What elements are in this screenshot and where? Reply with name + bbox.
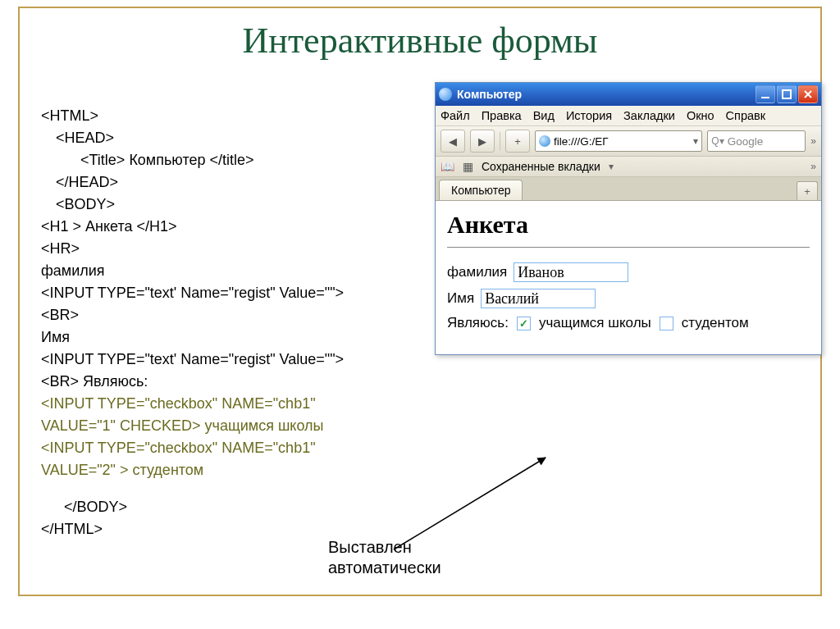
option-school-label: учащимся школы — [539, 315, 651, 331]
code-line: <INPUT TYPE="checkbox" NAME="chb1" VALUE… — [41, 437, 394, 481]
menu-window[interactable]: Окно — [687, 109, 714, 122]
surname-label: фамилия — [447, 264, 507, 280]
checkbox-student-school[interactable] — [517, 317, 531, 330]
tab-strip: Компьютер + — [436, 177, 821, 201]
add-bookmark-button[interactable]: + — [505, 130, 530, 153]
new-tab-button[interactable]: + — [797, 181, 818, 200]
code-line: <BR> — [41, 304, 394, 326]
code-line: фамилия — [41, 260, 394, 282]
back-button[interactable]: ◀ — [441, 130, 465, 153]
overflow-icon[interactable]: » — [810, 135, 816, 147]
saved-tabs-label[interactable]: Сохраненные вкладки — [482, 160, 600, 173]
book-icon[interactable]: 📖 — [441, 160, 454, 173]
name-label: Имя — [447, 290, 474, 307]
maximize-button[interactable] — [777, 85, 797, 103]
name-row: Имя — [447, 289, 810, 308]
menu-history[interactable]: История — [566, 109, 612, 122]
code-line: <INPUT TYPE="text' Name="regist" Value="… — [41, 349, 394, 371]
page-h1: Анкета — [447, 211, 810, 239]
surname-row: фамилия — [447, 262, 810, 282]
code-line: </BODY> — [41, 496, 394, 518]
horizontal-rule — [447, 247, 810, 248]
surname-input[interactable] — [514, 262, 628, 282]
titlebar: Компьютер — [436, 83, 821, 106]
search-placeholder: Google — [728, 135, 764, 148]
globe-icon — [539, 135, 550, 147]
code-line: <BR> Являюсь: — [41, 371, 394, 393]
annotation-label: Выставлен автоматически — [328, 537, 441, 578]
option-college-label: студентом — [682, 315, 749, 331]
url-text: file:///G:/ЕГ — [554, 135, 609, 148]
code-listing: <HTML> <HEAD> <Title> Компьютер </title>… — [41, 105, 394, 540]
menu-edit[interactable]: Правка — [482, 109, 522, 122]
name-input[interactable] — [481, 289, 596, 308]
tab-computer[interactable]: Компьютер — [439, 180, 523, 200]
code-line: <INPUT TYPE="checkbox" NAME="chb1" VALUE… — [41, 393, 394, 437]
menubar: Файл Правка Вид История Закладки Окно Сп… — [436, 106, 821, 126]
role-row: Являюсь: учащимся школы студентом — [447, 315, 810, 331]
code-line: <INPUT TYPE="text' Name="regist" Value="… — [41, 282, 394, 304]
toolbar-separator — [500, 132, 500, 150]
toolbar: ◀ ▶ + file:///G:/ЕГ ▾ Q▾ Google » — [436, 126, 821, 157]
magnifier-icon: Q▾ — [711, 135, 724, 147]
code-line: <HR> — [41, 238, 394, 260]
code-line: <H1 > Анкета </H1> — [41, 216, 394, 238]
search-box[interactable]: Q▾ Google — [707, 130, 806, 152]
role-label: Являюсь: — [447, 315, 509, 331]
menu-file[interactable]: Файл — [441, 109, 470, 122]
code-line: <BODY> — [41, 194, 394, 216]
code-line: <HEAD> — [41, 127, 394, 149]
code-line: Имя — [41, 326, 394, 349]
chevron-down-icon[interactable]: ▾ — [609, 161, 614, 172]
chevron-down-icon[interactable]: ▾ — [693, 135, 698, 147]
forward-button[interactable]: ▶ — [470, 130, 495, 153]
minimize-button[interactable] — [756, 85, 775, 103]
page-viewport: Анкета фамилия Имя Являюсь: учащимся шко… — [436, 201, 821, 354]
url-bar[interactable]: file:///G:/ЕГ ▾ — [535, 130, 702, 152]
window-icon — [439, 88, 452, 101]
window-title: Компьютер — [457, 88, 756, 101]
close-button[interactable] — [798, 85, 818, 103]
bookmarks-bar: 📖 ▦ Сохраненные вкладки ▾ » — [436, 157, 821, 177]
browser-window: Компьютер Файл Правка Вид История Заклад… — [435, 82, 822, 355]
menu-view[interactable]: Вид — [533, 109, 555, 122]
menu-bookmarks[interactable]: Закладки — [623, 109, 675, 122]
code-line: <Title> Компьютер </title> — [41, 149, 394, 171]
menu-help[interactable]: Справк — [726, 109, 766, 122]
checkbox-student-college[interactable] — [660, 317, 673, 330]
code-line: </HEAD> — [41, 171, 394, 194]
overflow-icon[interactable]: » — [810, 161, 816, 172]
code-line: <HTML> — [41, 105, 394, 127]
grid-icon[interactable]: ▦ — [463, 160, 473, 173]
